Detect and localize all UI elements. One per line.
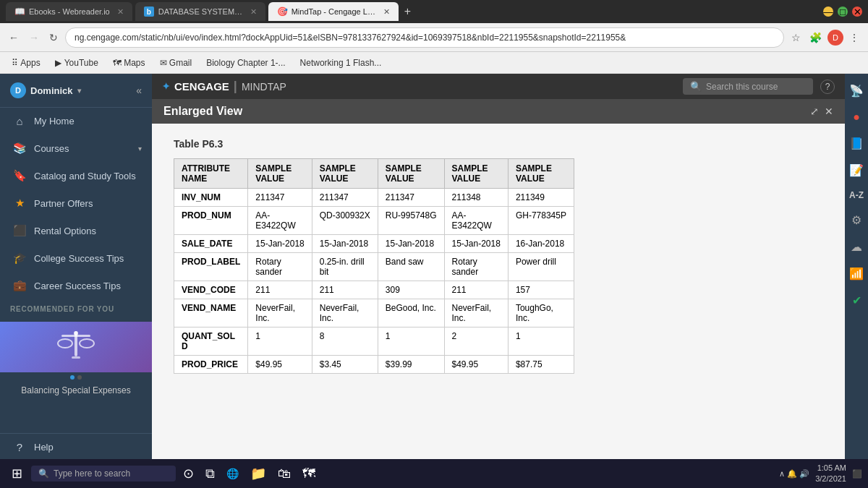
tab-close-database[interactable]: ✕ bbox=[250, 7, 257, 17]
new-tab-button[interactable]: + bbox=[404, 5, 411, 18]
sidebar-item-rental[interactable]: ⬛ Rental Options bbox=[0, 217, 152, 244]
taskbar-map-icon[interactable]: 🗺 bbox=[298, 463, 320, 484]
sidebar-item-home[interactable]: ⌂ My Home bbox=[0, 108, 152, 134]
tab-label-mindtap: MindTap - Cengage Learning bbox=[292, 7, 376, 16]
rental-icon: ⬛ bbox=[12, 224, 27, 237]
table-cell-0-1: 211347 bbox=[248, 189, 312, 207]
star-icon: ★ bbox=[12, 197, 27, 210]
bookmark-gmail[interactable]: ✉ Gmail bbox=[154, 56, 198, 69]
table-cell-1-0: PROD_NUM bbox=[174, 207, 248, 235]
cengage-logo-text: CENGAGE bbox=[174, 80, 229, 93]
bookmark-maps[interactable]: 🗺 Maps bbox=[107, 56, 151, 69]
settings2-icon[interactable]: ⚙ bbox=[847, 209, 866, 231]
bookmark-networking[interactable]: Networking 1 Flash... bbox=[294, 56, 388, 69]
wifi-icon[interactable]: 📶 bbox=[845, 262, 868, 285]
table-cell-4-3: 309 bbox=[378, 281, 444, 299]
taskbar-chrome-icon[interactable]: 🌐 bbox=[222, 465, 243, 482]
bookmark-biology[interactable]: Biology Chapter 1-... bbox=[200, 56, 291, 69]
tab-mindtap[interactable]: 🎯 MindTap - Cengage Learning ✕ bbox=[268, 2, 399, 21]
extensions-button[interactable]: 🧩 bbox=[807, 29, 825, 46]
tab-close-ebooks[interactable]: ✕ bbox=[117, 7, 124, 17]
search-bar-container[interactable]: 🔍 Search this course bbox=[683, 78, 813, 95]
table-cell-7-5: $87.75 bbox=[508, 356, 574, 374]
maximize-button[interactable]: □ bbox=[838, 7, 848, 17]
taskbar-system-tray: ∧ 🔔 🔊 1:05 AM 3/2/2021 ⬛ bbox=[779, 463, 862, 485]
table-cell-5-0: VEND_NAME bbox=[174, 299, 248, 328]
expand-icon[interactable]: ⤢ bbox=[810, 106, 819, 117]
menu-button[interactable]: ⋮ bbox=[846, 29, 862, 46]
notes-icon[interactable]: 📝 bbox=[845, 159, 868, 181]
close-icon[interactable]: ✕ bbox=[825, 106, 833, 117]
table-cell-2-2: 15-Jan-2018 bbox=[312, 235, 378, 253]
search-placeholder[interactable]: Search this course bbox=[706, 82, 778, 92]
sidebar-item-catalog[interactable]: 🔖 Catalog and Study Tools bbox=[0, 162, 152, 189]
tab-database[interactable]: b DATABASE SYSTEMS-MINDTAP ✕ bbox=[135, 2, 265, 21]
user-chevron-icon: ▾ bbox=[77, 87, 81, 95]
sidebar-user[interactable]: D Dominick ▾ bbox=[10, 82, 81, 98]
minimize-button[interactable]: — bbox=[823, 7, 833, 17]
table-cell-7-4: $49.95 bbox=[444, 356, 508, 374]
taskbar-folder-icon[interactable]: 📁 bbox=[246, 463, 271, 484]
table-cell-7-0: PROD_PRICE bbox=[174, 356, 248, 374]
data-table: ATTRIBUTENAME SAMPLEVALUE SAMPLEVALUE SA… bbox=[174, 158, 574, 374]
mindtap-label: MINDTAP bbox=[242, 81, 286, 93]
taskbar: ⊞ 🔍 Type here to search ⊙ ⧉ 🌐 📁 🛍 🗺 ∧ 🔔 … bbox=[0, 459, 868, 488]
system-tray-icons: ∧ 🔔 🔊 bbox=[779, 469, 809, 479]
sidebar-item-label-career: Career Success Tips bbox=[34, 281, 121, 291]
sidebar-item-career[interactable]: 💼 Career Success Tips bbox=[0, 272, 152, 299]
sidebar-recommended[interactable]: Balancing Special Expenses bbox=[0, 316, 152, 406]
recommended-title: Balancing Special Expenses bbox=[0, 382, 152, 400]
taskbar-search[interactable]: 🔍 Type here to search bbox=[31, 466, 176, 481]
profile-button[interactable]: D bbox=[827, 30, 843, 46]
az-icon[interactable]: A-Z bbox=[845, 186, 868, 205]
table-cell-3-1: Rotary sander bbox=[248, 253, 312, 281]
browser-title-bar: 📖 Ebooks - Webreader.io ✕ b DATABASE SYS… bbox=[0, 0, 868, 23]
balance-scale-icon bbox=[54, 328, 98, 367]
help-question-button[interactable]: ? bbox=[820, 80, 835, 94]
table-row: SALE_DATE15-Jan-201815-Jan-201815-Jan-20… bbox=[174, 235, 574, 253]
courses-icon: 📚 bbox=[12, 142, 27, 155]
back-button[interactable]: ← bbox=[6, 29, 22, 46]
sidebar-item-label-rental: Rental Options bbox=[34, 226, 96, 236]
table-body: INV_NUM211347211347211347211348211349PRO… bbox=[174, 189, 574, 374]
sidebar-collapse-button[interactable]: « bbox=[136, 85, 142, 96]
tab-close-mindtap[interactable]: ✕ bbox=[383, 7, 390, 17]
sidebar-item-courses[interactable]: 📚 Courses ▾ bbox=[0, 134, 152, 162]
table-row: INV_NUM211347211347211347211348211349 bbox=[174, 189, 574, 207]
recommended-section-label: RECOMMENDED FOR YOU bbox=[0, 299, 152, 316]
close-button[interactable]: ✕ bbox=[852, 7, 862, 17]
record-icon[interactable]: ● bbox=[848, 106, 864, 128]
sidebar-nav: ⌂ My Home 📚 Courses ▾ 🔖 Catalog and Stud… bbox=[0, 108, 152, 433]
sidebar-item-college[interactable]: 🎓 College Success Tips bbox=[0, 244, 152, 272]
taskbar-search-placeholder[interactable]: Type here to search bbox=[54, 468, 130, 479]
dot-active bbox=[70, 375, 75, 380]
svg-point-3 bbox=[80, 339, 94, 348]
window-controls: — □ ✕ bbox=[823, 7, 862, 17]
bookmark-youtube[interactable]: ▶ YouTube bbox=[49, 56, 104, 69]
right-sidebar: 📡 ● 📘 📝 A-Z ⚙ ☁ 📶 ✔ bbox=[845, 74, 868, 488]
taskbar-notification-icon[interactable]: ⬛ bbox=[852, 469, 862, 479]
table-cell-7-3: $39.99 bbox=[378, 356, 444, 374]
book-icon[interactable]: 📘 bbox=[845, 132, 868, 155]
taskbar-store-icon[interactable]: 🛍 bbox=[273, 463, 295, 484]
refresh-button[interactable]: ↻ bbox=[46, 29, 61, 46]
sidebar-item-label-courses: Courses bbox=[34, 143, 69, 154]
start-button[interactable]: ⊞ bbox=[6, 463, 28, 484]
tab-ebooks[interactable]: 📖 Ebooks - Webreader.io ✕ bbox=[6, 2, 132, 21]
sidebar-item-partner[interactable]: ★ Partner Offers bbox=[0, 189, 152, 217]
rss-icon[interactable]: 📡 bbox=[845, 80, 868, 102]
table-row: PROD_PRICE$49.95$3.45$39.99$49.95$87.75 bbox=[174, 356, 574, 374]
taskbar-task-view-icon[interactable]: ⧉ bbox=[201, 463, 219, 484]
bookmark-apps[interactable]: ⠿ Apps bbox=[6, 56, 46, 69]
forward-button[interactable]: → bbox=[26, 29, 42, 46]
sidebar-header: D Dominick ▾ « bbox=[0, 74, 152, 108]
table-cell-0-2: 211347 bbox=[312, 189, 378, 207]
bookmark-star-button[interactable]: ☆ bbox=[788, 29, 804, 46]
tab-favicon-ebooks: 📖 bbox=[14, 7, 25, 17]
help-icon: ? bbox=[12, 441, 27, 453]
address-input[interactable] bbox=[65, 27, 784, 48]
taskbar-cortana-icon[interactable]: ⊙ bbox=[179, 463, 198, 484]
sidebar-item-help[interactable]: ? Help bbox=[0, 434, 152, 461]
cloud-icon[interactable]: ☁ bbox=[846, 236, 867, 258]
check-icon[interactable]: ✔ bbox=[848, 289, 866, 312]
